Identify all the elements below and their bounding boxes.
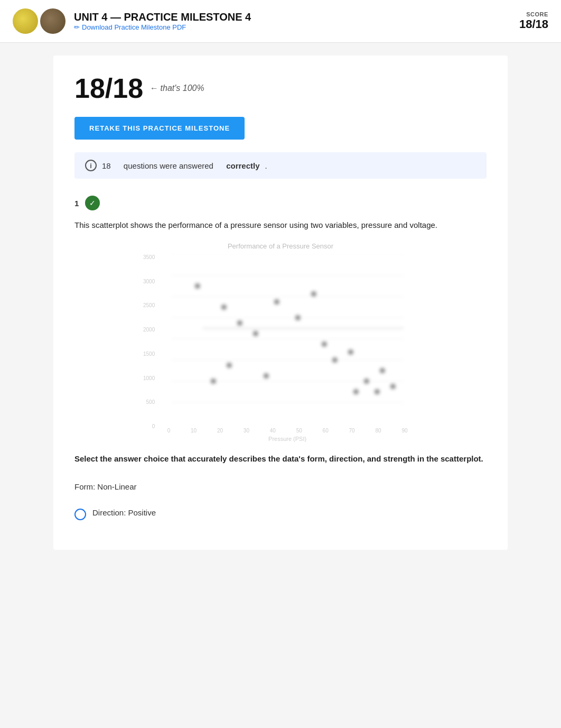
score-annotation: ← that's 100% [149, 84, 204, 93]
header-left: UNIT 4 — PRACTICE MILESTONE 4 ✏ Download… [13, 8, 251, 34]
main-content: 18/18 ← that's 100% RETAKE THIS PRACTICE… [53, 56, 508, 550]
option-text-2: Direction: Positive [92, 508, 156, 517]
y-label-6: 1000 [143, 375, 155, 381]
svg-point-10 [221, 305, 227, 310]
x-label-2: 10 [191, 428, 197, 434]
y-axis-labels: 3500 3000 2500 2000 1500 1000 500 0 [143, 254, 157, 442]
info-text-highlight: correctly [226, 161, 259, 170]
x-label-3: 20 [217, 428, 223, 434]
x-label-9: 80 [375, 428, 381, 434]
info-icon: i [85, 160, 97, 171]
prompt-text: Select the answer choice that accurately… [74, 453, 487, 465]
svg-point-25 [353, 389, 359, 394]
svg-point-21 [390, 384, 396, 389]
y-label-4: 2000 [143, 327, 155, 333]
question-number: 1 [74, 199, 79, 208]
svg-point-24 [264, 373, 269, 379]
avatar-brown [40, 8, 66, 34]
info-text-post: . [265, 161, 267, 170]
score-big-display: 18/18 ← that's 100% [74, 72, 487, 104]
retake-button[interactable]: RETAKE THIS PRACTICE MILESTONE [74, 117, 245, 140]
x-axis-labels: 0 10 20 30 40 50 60 70 80 90 [157, 426, 418, 434]
download-icon: ✏ [74, 23, 80, 31]
x-label-4: 30 [244, 428, 249, 434]
check-icon: ✓ [89, 199, 96, 207]
y-label-2: 3000 [143, 279, 155, 284]
chart-x-title: Pressure (PSI) [157, 436, 418, 442]
x-label-6: 50 [296, 428, 302, 434]
x-label-7: 60 [323, 428, 329, 434]
download-link[interactable]: ✏ Download Practice Milestone PDF [74, 23, 251, 31]
y-label-5: 1500 [143, 351, 155, 357]
svg-point-15 [311, 291, 316, 297]
x-label-1: 0 [167, 428, 171, 434]
chart-title: Performance of a Pressure Sensor [143, 242, 418, 250]
svg-point-14 [295, 315, 301, 320]
svg-point-13 [274, 299, 279, 305]
svg-point-9 [195, 283, 200, 289]
option-text-1: Form: Non-Linear [74, 482, 137, 491]
scatter-svg [157, 254, 418, 423]
y-label-3: 2500 [143, 302, 155, 308]
y-label-8: 0 [143, 423, 155, 429]
info-box: i 18 questions were answered correctly. [74, 152, 487, 179]
question-number-row: 1 ✓ [74, 196, 487, 210]
radio-direction-positive[interactable] [74, 509, 86, 520]
svg-point-17 [332, 357, 338, 363]
page-title: UNIT 4 — PRACTICE MILESTONE 4 [74, 11, 251, 23]
answer-option-2[interactable]: Direction: Positive [74, 504, 487, 524]
y-label-1: 3500 [143, 254, 155, 260]
chart-right: 0 10 20 30 40 50 60 70 80 90 Pressure (P… [157, 254, 418, 442]
scatterplot-container: Performance of a Pressure Sensor 3500 30… [143, 242, 418, 442]
answer-option-1: Form: Non-Linear [74, 478, 487, 495]
svg-point-23 [227, 363, 232, 368]
svg-point-20 [380, 368, 385, 373]
header-avatars [13, 8, 66, 34]
svg-point-18 [348, 349, 353, 355]
scatter-wrap: 3500 3000 2500 2000 1500 1000 500 0 [143, 254, 418, 442]
svg-point-11 [237, 320, 242, 326]
x-label-5: 40 [270, 428, 276, 434]
info-count: 18 [102, 161, 111, 170]
y-label-7: 500 [143, 399, 155, 405]
svg-point-26 [375, 389, 380, 394]
svg-point-12 [253, 331, 258, 336]
header-score: SCORE 18/18 [519, 11, 548, 31]
svg-point-16 [322, 342, 327, 347]
score-big-value: 18/18 [74, 72, 143, 104]
score-value: 18/18 [519, 17, 548, 31]
x-label-8: 70 [349, 428, 355, 434]
info-text-pre: questions were answered [124, 161, 213, 170]
x-label-10: 90 [401, 428, 407, 434]
question-text: This scatterplot shows the performance o… [74, 219, 487, 232]
correct-badge: ✓ [85, 196, 100, 210]
download-label: Download Practice Milestone PDF [82, 23, 186, 31]
avatar-yellow [13, 8, 38, 34]
svg-point-19 [364, 379, 369, 384]
svg-point-22 [211, 379, 216, 384]
score-label: SCORE [519, 11, 548, 17]
page-header: UNIT 4 — PRACTICE MILESTONE 4 ✏ Download… [0, 0, 561, 43]
header-title-block: UNIT 4 — PRACTICE MILESTONE 4 ✏ Download… [74, 11, 251, 31]
question-block: 1 ✓ This scatterplot shows the performan… [74, 196, 487, 524]
